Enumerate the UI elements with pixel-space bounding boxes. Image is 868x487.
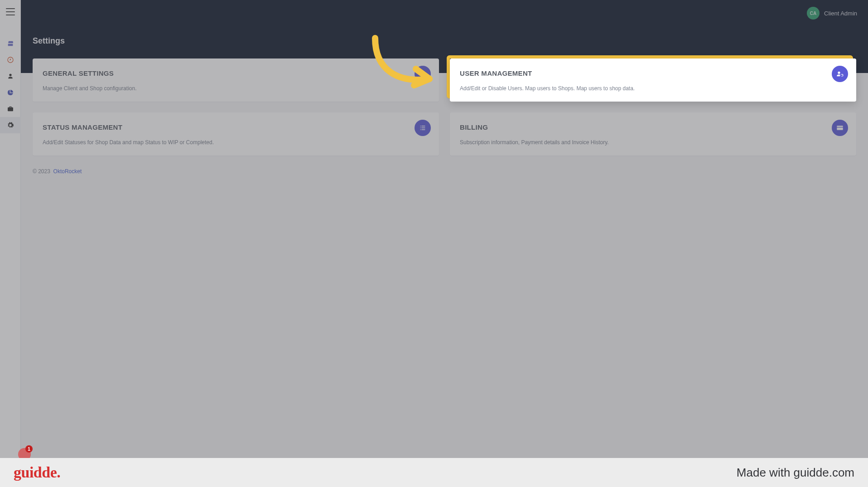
sidebar-item-chart[interactable]	[0, 84, 21, 101]
compass-icon	[7, 56, 14, 63]
menu-icon[interactable]	[6, 8, 15, 15]
topbar: CA Client Admin	[21, 0, 868, 26]
card-grid: GENERAL SETTINGS Manage Client and Shop …	[33, 58, 856, 156]
gear-icon	[7, 122, 14, 129]
copyright: © 2023	[33, 168, 50, 175]
card-general-settings[interactable]: GENERAL SETTINGS Manage Client and Shop …	[33, 58, 439, 102]
card-desc: Add/Edit or Disable Users. Map users to …	[460, 85, 846, 92]
card-desc: Add/Edit Statuses for Shop Data and map …	[43, 139, 429, 146]
card-status-management[interactable]: STATUS MANAGEMENT Add/Edit Statuses for …	[33, 112, 439, 156]
username: Client Admin	[824, 10, 857, 17]
list-icon	[415, 120, 431, 136]
sidebar-item-store[interactable]	[0, 35, 21, 52]
card-billing[interactable]: BILLING Subscription information, Paymen…	[450, 112, 856, 156]
chart-pie-icon	[7, 89, 14, 96]
sidebar-item-compass[interactable]	[0, 52, 21, 68]
guidde-logo: guidde.	[14, 464, 60, 481]
avatar[interactable]: CA	[807, 7, 820, 19]
card-desc: Subscription information, Payment detail…	[460, 139, 846, 146]
card-title: STATUS MANAGEMENT	[43, 123, 429, 131]
card-icon	[832, 120, 848, 136]
card-title: USER MANAGEMENT	[460, 69, 846, 77]
sidebar-item-user[interactable]	[0, 68, 21, 84]
sidebar	[0, 0, 21, 487]
card-user-management[interactable]: USER MANAGEMENT Add/Edit or Disable User…	[450, 58, 856, 102]
briefcase-icon	[7, 105, 14, 112]
card-title: GENERAL SETTINGS	[43, 69, 429, 77]
made-with: Made with guidde.com	[737, 466, 854, 480]
user-icon	[7, 73, 14, 80]
store-icon	[7, 40, 14, 47]
sidebar-item-briefcase[interactable]	[0, 101, 21, 117]
main: CA Client Admin Settings GENERAL SETTING…	[21, 0, 868, 487]
brand-link[interactable]: OktoRocket	[53, 168, 82, 175]
card-title: BILLING	[460, 123, 846, 131]
card-desc: Manage Client and Shop configuration.	[43, 85, 429, 92]
footer: © 2023 OktoRocket	[33, 168, 856, 175]
guidde-banner: guidde. Made with guidde.com	[0, 458, 868, 487]
sidebar-item-settings[interactable]	[0, 117, 21, 133]
app-root: CA Client Admin Settings GENERAL SETTING…	[0, 0, 868, 487]
user-gear-icon	[832, 66, 848, 82]
content: GENERAL SETTINGS Manage Client and Shop …	[21, 71, 868, 487]
page-title: Settings	[33, 36, 856, 46]
gear-circle-icon	[415, 66, 431, 82]
